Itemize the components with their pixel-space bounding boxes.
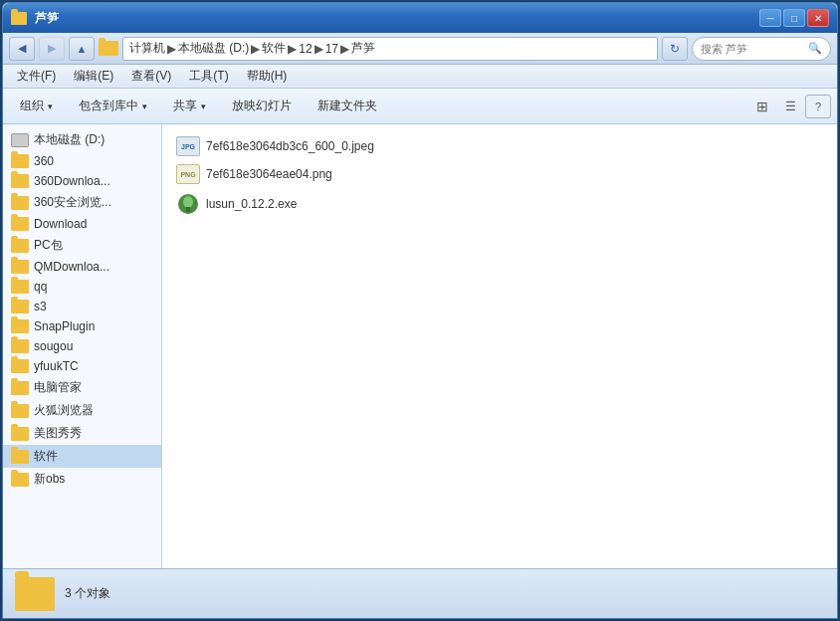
folder-icon xyxy=(11,196,29,210)
sidebar-item-s3[interactable]: s3 xyxy=(3,297,161,316)
address-bar: ◀ ▶ ▲ 计算机 ▶ 本地磁盘 (D:) ▶ 软件 ▶ 12 ▶ 17 ▶ 芦… xyxy=(3,33,837,65)
library-chevron-icon: ▾ xyxy=(142,102,147,111)
help-button[interactable]: ? xyxy=(805,95,831,118)
sidebar-item-newobs[interactable]: 新obs xyxy=(3,468,161,491)
sidebar-item-label: QMDownloa... xyxy=(34,260,109,274)
file-name-jpeg: 7ef618e3064db3c6_600_0.jpeg xyxy=(206,139,374,153)
menu-file[interactable]: 文件(F) xyxy=(9,66,64,87)
explorer-window: 芦笋 ─ □ ✕ ◀ ▶ ▲ 计算机 ▶ 本地磁盘 (D:) ▶ 软件 ▶ 12… xyxy=(2,2,838,619)
include-library-label: 包含到库中 xyxy=(79,98,138,114)
hdd-icon xyxy=(11,133,29,147)
sidebar-item-label: 火狐浏览器 xyxy=(34,402,94,419)
sidebar-item-label: qq xyxy=(34,280,47,294)
sidebar-item-label: 电脑管家 xyxy=(34,379,82,396)
sidebar-item-software[interactable]: 软件 xyxy=(3,445,161,468)
file-item-png[interactable]: PNG 7ef618e3064eae04.png xyxy=(170,160,829,188)
title-bar: 芦笋 ─ □ ✕ xyxy=(3,3,837,33)
up-button[interactable]: ▲ xyxy=(69,37,95,61)
folder-icon xyxy=(11,319,29,333)
sidebar-item-qmdownload[interactable]: QMDownloa... xyxy=(3,257,161,277)
include-library-button[interactable]: 包含到库中 ▾ xyxy=(68,93,158,120)
sidebar-item-label: SnapPlugin xyxy=(34,319,95,333)
minimize-button[interactable]: ─ xyxy=(759,9,781,27)
path-part-12: 12 xyxy=(299,42,312,56)
refresh-button[interactable]: ↻ xyxy=(662,37,688,61)
sidebar-item-label: 美图秀秀 xyxy=(34,425,82,442)
menu-view[interactable]: 查看(V) xyxy=(123,66,179,87)
title-bar-controls: ─ □ ✕ xyxy=(759,9,829,27)
svg-rect-2 xyxy=(186,207,190,212)
sidebar-item-label: 360Downloa... xyxy=(34,174,110,188)
share-button[interactable]: 共享 ▾ xyxy=(162,93,217,120)
sidebar-item-sougou[interactable]: sougou xyxy=(3,336,161,356)
window-title: 芦笋 xyxy=(35,10,59,27)
sidebar-item-360browser[interactable]: 360安全浏览... xyxy=(3,191,161,214)
file-item-jpeg[interactable]: JPG 7ef618e3064db3c6_600_0.jpeg xyxy=(170,132,829,160)
slideshow-label: 放映幻灯片 xyxy=(232,98,292,114)
file-list: JPG 7ef618e3064db3c6_600_0.jpeg PNG 7ef6… xyxy=(162,124,837,568)
main-content: 本地磁盘 (D:) 360 360Downloa... 360安全浏览... D… xyxy=(3,124,837,568)
sidebar: 本地磁盘 (D:) 360 360Downloa... 360安全浏览... D… xyxy=(3,124,162,568)
list-view-button[interactable]: ☰ xyxy=(777,95,803,118)
search-box[interactable]: 🔍 xyxy=(692,37,831,61)
sidebar-item-qq[interactable]: qq xyxy=(3,277,161,297)
file-item-exe[interactable]: lusun_0.12.2.exe xyxy=(170,188,829,220)
status-text: 3 个对象 xyxy=(65,585,110,602)
folder-icon xyxy=(11,450,29,464)
sidebar-item-label: Download xyxy=(34,217,87,231)
forward-button[interactable]: ▶ xyxy=(39,37,65,61)
maximize-button[interactable]: □ xyxy=(783,9,805,27)
path-part-drive: 本地磁盘 (D:) xyxy=(178,40,249,57)
toolbar: 组织 ▾ 包含到库中 ▾ 共享 ▾ 放映幻灯片 新建文件夹 ⊞ ☰ ? xyxy=(3,89,837,124)
organize-label: 组织 xyxy=(20,98,44,114)
exe-file-icon xyxy=(176,192,200,216)
grid-view-button[interactable]: ⊞ xyxy=(749,95,775,118)
path-part-computer: 计算机 xyxy=(129,40,165,57)
png-file-icon: PNG xyxy=(176,164,200,184)
svg-point-1 xyxy=(183,196,193,208)
sidebar-root[interactable]: 本地磁盘 (D:) xyxy=(3,128,161,151)
sidebar-item-pc[interactable]: PC包 xyxy=(3,234,161,257)
title-bar-left: 芦笋 xyxy=(11,10,59,27)
sidebar-item-label: s3 xyxy=(34,300,47,313)
close-button[interactable]: ✕ xyxy=(807,9,829,27)
folder-icon xyxy=(11,260,29,274)
search-input[interactable] xyxy=(701,43,804,55)
window-icon xyxy=(11,12,27,25)
sidebar-item-360[interactable]: 360 xyxy=(3,151,161,171)
folder-icon xyxy=(11,174,29,188)
sidebar-item-label: 软件 xyxy=(34,448,58,465)
menu-help[interactable]: 帮助(H) xyxy=(239,66,296,87)
path-part-software: 软件 xyxy=(262,40,286,57)
new-folder-label: 新建文件夹 xyxy=(317,98,377,114)
sidebar-item-snapplugin[interactable]: SnapPlugin xyxy=(3,316,161,336)
sidebar-item-yfuuktc[interactable]: yfuukTC xyxy=(3,356,161,376)
organize-chevron-icon: ▾ xyxy=(48,102,53,111)
sidebar-item-label: PC包 xyxy=(34,237,63,254)
view-buttons: ⊞ ☰ ? xyxy=(749,95,831,118)
sidebar-item-meitu[interactable]: 美图秀秀 xyxy=(3,422,161,445)
folder-icon xyxy=(11,280,29,294)
status-folder-icon xyxy=(15,577,55,611)
sidebar-item-label: 360 xyxy=(34,154,54,168)
path-folder-icon xyxy=(99,41,118,56)
back-button[interactable]: ◀ xyxy=(9,37,35,61)
menu-edit[interactable]: 编辑(E) xyxy=(66,66,121,87)
folder-icon xyxy=(11,404,29,418)
address-path[interactable]: 计算机 ▶ 本地磁盘 (D:) ▶ 软件 ▶ 12 ▶ 17 ▶ 芦笋 xyxy=(122,37,658,61)
sidebar-item-label: 360安全浏览... xyxy=(34,194,111,211)
organize-button[interactable]: 组织 ▾ xyxy=(9,93,64,120)
sidebar-item-360download[interactable]: 360Downloa... xyxy=(3,171,161,191)
folder-icon xyxy=(11,473,29,487)
file-name-png: 7ef618e3064eae04.png xyxy=(206,167,332,181)
menu-tools[interactable]: 工具(T) xyxy=(181,66,236,87)
folder-icon xyxy=(11,381,29,395)
sidebar-item-firefox[interactable]: 火狐浏览器 xyxy=(3,399,161,422)
new-folder-button[interactable]: 新建文件夹 xyxy=(307,93,388,120)
sidebar-item-download[interactable]: Download xyxy=(3,214,161,234)
sidebar-item-pcmanager[interactable]: 电脑管家 xyxy=(3,376,161,399)
path-part-lusun: 芦笋 xyxy=(351,40,375,57)
menu-bar: 文件(F) 编辑(E) 查看(V) 工具(T) 帮助(H) xyxy=(3,65,837,89)
slideshow-button[interactable]: 放映幻灯片 xyxy=(221,93,303,120)
folder-icon xyxy=(11,427,29,441)
